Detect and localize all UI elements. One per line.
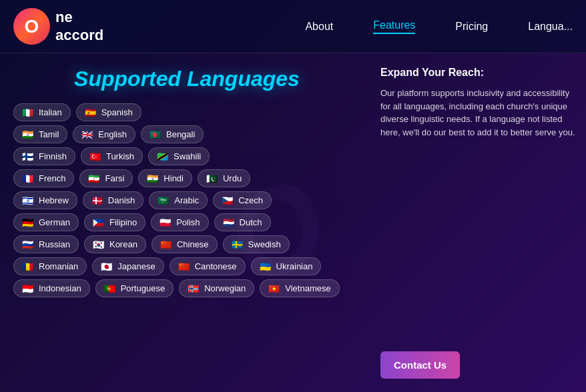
lang-row: 🇩🇪German🇵🇭Filipino🇵🇱Polish🇳🇱Dutch	[13, 213, 360, 231]
flag-icon: 🇨🇳	[178, 262, 192, 271]
lang-badge[interactable]: 🇹🇿Swahili	[148, 147, 210, 165]
lang-name: Spanish	[101, 107, 133, 117]
flag-icon: 🇮🇱	[22, 196, 35, 205]
lang-badge[interactable]: 🇨🇳Cantonese	[170, 257, 246, 275]
flag-icon: 🇮🇷	[88, 174, 101, 183]
lang-badge[interactable]: 🇩🇪German	[13, 213, 79, 231]
lang-badge[interactable]: 🇵🇱Polish	[151, 213, 208, 231]
flag-icon: 🇵🇰	[206, 174, 220, 183]
lang-badge[interactable]: 🇳🇴Norwegian	[179, 279, 254, 297]
lang-badge[interactable]: 🇻🇳Vietnamese	[260, 279, 339, 297]
lang-name: Czech	[238, 195, 263, 205]
flag-icon: 🇫🇮	[22, 152, 35, 161]
lang-badge[interactable]: 🇷🇴Romanian	[13, 257, 87, 275]
main-content: O Supported Languages 🇮🇹Italian🇪🇸Spanish…	[0, 53, 586, 392]
lang-badge[interactable]: 🇵🇰Urdu	[198, 169, 250, 187]
lang-badge[interactable]: 🇨🇳Chinese	[152, 235, 218, 253]
lang-name: Filipino	[109, 217, 137, 227]
flag-icon: 🇪🇸	[85, 108, 98, 117]
nav-links: About Features Pricing Langua...	[305, 19, 573, 34]
lang-badge[interactable]: 🇮🇩Indonesian	[13, 279, 90, 297]
lang-badge[interactable]: 🇸🇪Swedish	[223, 235, 290, 253]
lang-name: Danish	[108, 195, 135, 205]
lang-badge[interactable]: 🇸🇦Arabic	[149, 191, 208, 209]
lang-badge[interactable]: 🇬🇧English	[73, 125, 135, 143]
lang-name: Russian	[39, 239, 70, 249]
lang-row: 🇷🇴Romanian🇯🇵Japanese🇨🇳Cantonese🇺🇦Ukraini…	[13, 257, 360, 275]
lang-badge[interactable]: 🇨🇿Czech	[213, 191, 272, 209]
lang-badge[interactable]: 🇮🇱Hebrew	[13, 191, 77, 209]
lang-name: Indonesian	[39, 283, 81, 293]
lang-name: Arabic	[174, 195, 199, 205]
lang-name: Hebrew	[39, 195, 69, 205]
lang-name: Tamil	[39, 129, 59, 139]
lang-name: Hindi	[164, 173, 184, 183]
lang-name: Swahili	[174, 151, 201, 161]
flag-icon: 🇵🇹	[104, 284, 117, 293]
flag-icon: 🇻🇳	[268, 284, 282, 293]
languages-section: Supported Languages 🇮🇹Italian🇪🇸Spanish🇮🇳…	[0, 53, 374, 392]
flag-icon: 🇮🇩	[22, 284, 35, 293]
logo-bottom: accord	[55, 27, 103, 44]
lang-name: Finnish	[39, 151, 67, 161]
logo[interactable]: O ne accord	[13, 8, 103, 45]
lang-name: Cantonese	[195, 261, 237, 271]
lang-name: Vietnamese	[285, 283, 330, 293]
lang-badge[interactable]: 🇫🇮Finnish	[13, 147, 75, 165]
lang-name: Bengali	[166, 129, 195, 139]
flag-icon: 🇵🇱	[160, 218, 173, 227]
lang-name: Dutch	[240, 217, 262, 227]
lang-name: Korean	[109, 239, 137, 249]
flag-icon: 🇧🇩	[150, 130, 163, 139]
lang-badge[interactable]: 🇯🇵Japanese	[92, 257, 164, 275]
lang-badge[interactable]: 🇮🇳Tamil	[13, 125, 67, 143]
lang-badge[interactable]: 🇫🇷French	[13, 169, 74, 187]
lang-badge[interactable]: 🇪🇸Spanish	[76, 103, 141, 121]
lang-row: 🇫🇮Finnish🇹🇷Turkish🇹🇿Swahili	[13, 147, 360, 165]
nav-language[interactable]: Langua...	[528, 21, 573, 33]
info-title: Expand Your Reach:	[380, 67, 576, 79]
info-text: Our platform supports inclusivity and ac…	[380, 87, 576, 139]
lang-badge[interactable]: 🇧🇩Bengali	[141, 125, 204, 143]
lang-row: 🇮🇩Indonesian🇵🇹Portuguese🇳🇴Norwegian🇻🇳Vie…	[13, 279, 360, 297]
page-title: Supported Languages	[13, 67, 360, 91]
flag-icon: 🇫🇷	[22, 174, 35, 183]
lang-name: Portuguese	[121, 283, 166, 293]
lang-badge[interactable]: 🇮🇷Farsi	[79, 169, 133, 187]
lang-badge[interactable]: 🇺🇦Ukrainian	[251, 257, 322, 275]
flag-icon: 🇮🇹	[22, 108, 35, 117]
flag-icon: 🇳🇱	[223, 218, 236, 227]
logo-text: ne accord	[55, 9, 103, 44]
flag-icon: 🇹🇿	[157, 152, 170, 161]
lang-name: Swedish	[248, 239, 281, 249]
flag-icon: 🇯🇵	[101, 262, 114, 271]
lang-name: Polish	[176, 217, 200, 227]
lang-name: Ukrainian	[276, 261, 313, 271]
lang-badge[interactable]: 🇹🇷Turkish	[81, 147, 143, 165]
languages-grid: 🇮🇹Italian🇪🇸Spanish🇮🇳Tamil🇬🇧English🇧🇩Beng…	[13, 103, 360, 297]
lang-badge[interactable]: 🇵🇭Filipino	[84, 213, 145, 231]
lang-badge[interactable]: 🇮🇳Hindi	[138, 169, 192, 187]
lang-row: 🇮🇹Italian🇪🇸Spanish	[13, 103, 360, 121]
flag-icon: 🇩🇰	[91, 196, 105, 205]
flag-icon: 🇷🇴	[22, 262, 35, 271]
lang-badge[interactable]: 🇷🇺Russian	[13, 235, 79, 253]
flag-icon: 🇮🇳	[147, 174, 160, 183]
lang-badge[interactable]: 🇩🇰Danish	[83, 191, 143, 209]
contact-button[interactable]: Contact Us	[380, 351, 460, 379]
info-section: Expand Your Reach: Our platform supports…	[374, 53, 586, 392]
lang-name: Chinese	[177, 239, 209, 249]
lang-badge[interactable]: 🇳🇱Dutch	[214, 213, 271, 231]
nav-pricing[interactable]: Pricing	[455, 21, 488, 33]
lang-name: Farsi	[105, 173, 124, 183]
logo-icon: O	[13, 8, 50, 45]
nav-about[interactable]: About	[305, 21, 333, 33]
flag-icon: 🇳🇴	[188, 284, 201, 293]
flag-icon: 🇺🇦	[260, 262, 273, 271]
lang-badge[interactable]: 🇮🇹Italian	[13, 103, 71, 121]
nav-features[interactable]: Features	[373, 19, 415, 34]
lang-badge[interactable]: 🇵🇹Portuguese	[95, 279, 174, 297]
logo-top: ne	[55, 9, 103, 26]
lang-name: Romanian	[39, 261, 78, 271]
lang-badge[interactable]: 🇰🇷Korean	[84, 235, 146, 253]
